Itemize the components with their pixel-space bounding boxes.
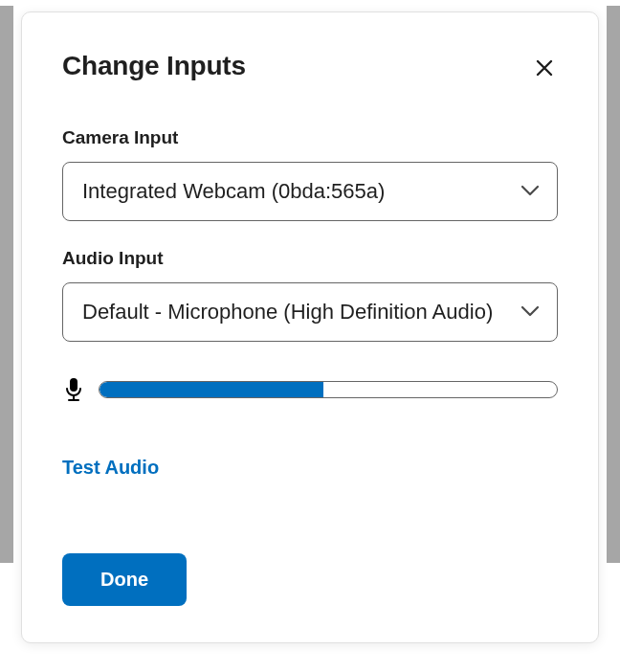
camera-input-value: Integrated Webcam (0bda:565a): [82, 179, 385, 204]
camera-input-group: Camera Input Integrated Webcam (0bda:565…: [62, 127, 558, 221]
backdrop-bar-right: [607, 6, 620, 563]
test-audio-button[interactable]: Test Audio: [62, 457, 159, 479]
audio-input-group: Audio Input Default - Microphone (High D…: [62, 248, 558, 479]
audio-level-fill: [100, 382, 323, 397]
chevron-down-icon: [520, 303, 540, 321]
audio-input-label: Audio Input: [62, 248, 558, 269]
audio-level-meter: [99, 381, 558, 398]
close-button[interactable]: [531, 55, 558, 81]
done-button[interactable]: Done: [62, 553, 187, 606]
audio-input-value: Default - Microphone (High Definition Au…: [82, 300, 493, 325]
backdrop-bar-left: [0, 6, 13, 563]
camera-input-select[interactable]: Integrated Webcam (0bda:565a): [62, 162, 558, 221]
chevron-down-icon: [520, 183, 540, 200]
change-inputs-modal: Change Inputs Camera Input Integrated We…: [21, 11, 599, 643]
microphone-icon: [62, 376, 85, 403]
close-icon: [535, 58, 554, 78]
modal-header: Change Inputs: [62, 51, 558, 81]
svg-rect-0: [70, 378, 78, 392]
modal-actions: Done: [62, 553, 558, 606]
modal-title: Change Inputs: [62, 51, 246, 81]
camera-input-label: Camera Input: [62, 127, 558, 148]
audio-input-select[interactable]: Default - Microphone (High Definition Au…: [62, 282, 558, 342]
audio-level-row: [62, 376, 558, 403]
